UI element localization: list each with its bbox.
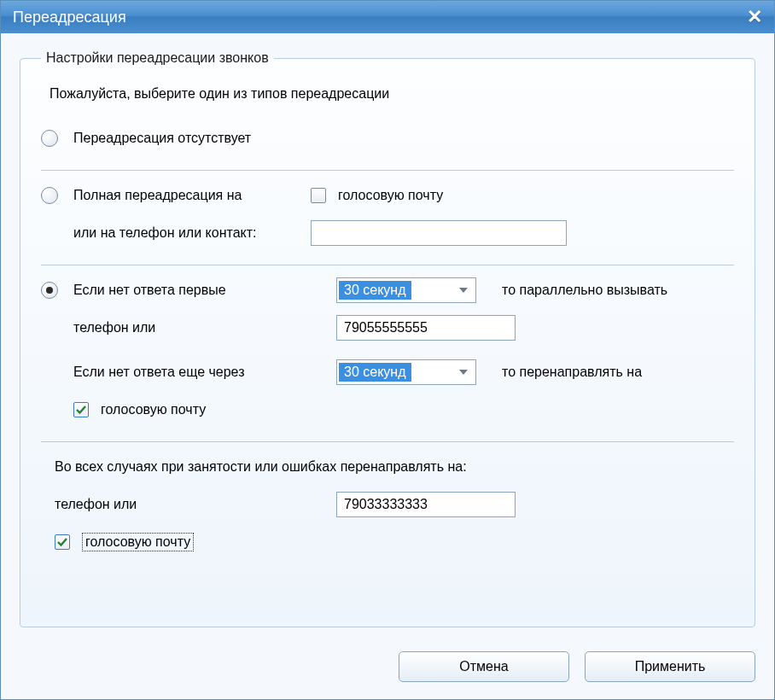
noanswer-line1-suffix: то параллельно вызывать bbox=[502, 283, 667, 298]
noanswer-phone1-input[interactable] bbox=[336, 315, 516, 341]
dialog-body: Настройки переадресации звонков Пожалуйс… bbox=[1, 33, 774, 636]
chevron-down-icon bbox=[452, 278, 475, 302]
noanswer-phone1-label: телефон или bbox=[73, 320, 329, 335]
checkbox-noanswer-voicemail-label: голосовую почту bbox=[101, 402, 206, 417]
radio-no-forwarding-label: Переадресация отсутствует bbox=[73, 131, 251, 146]
spacer bbox=[41, 319, 58, 336]
spacer bbox=[41, 458, 48, 475]
full-phone-input[interactable] bbox=[311, 220, 567, 246]
spacer bbox=[41, 401, 58, 418]
checkbox-busy-voicemail[interactable] bbox=[55, 534, 70, 550]
close-icon[interactable]: ✕ bbox=[747, 6, 762, 28]
window-title: Переадресация bbox=[13, 9, 126, 26]
busy-heading: Во всех случаях при занятости или ошибка… bbox=[55, 459, 467, 475]
apply-button[interactable]: Применить bbox=[585, 651, 755, 682]
checkbox-busy-voicemail-label: голосовую почту bbox=[82, 533, 194, 551]
noanswer-line3-prefix: Если нет ответа еще через bbox=[73, 365, 329, 380]
group-legend: Настройки переадресации звонков bbox=[41, 50, 274, 66]
busy-section: Во всех случаях при занятости или ошибка… bbox=[41, 446, 734, 570]
noanswer-line3-suffix: то перенаправлять на bbox=[502, 365, 642, 380]
full-phone-label: или на телефон или контакт: bbox=[73, 225, 304, 241]
spacer bbox=[41, 225, 58, 242]
busy-phone-input[interactable] bbox=[336, 492, 516, 517]
checkbox-noanswer-voicemail[interactable] bbox=[73, 402, 89, 417]
forwarding-settings-group: Настройки переадресации звонков Пожалуйс… bbox=[20, 50, 755, 627]
dialog-window: Переадресация ✕ Настройки переадресации … bbox=[0, 0, 775, 700]
timeout2-value: 30 секунд bbox=[339, 363, 411, 382]
option-none-section: Переадресация отсутствует bbox=[41, 117, 734, 166]
checkbox-full-voicemail-label: голосовую почту bbox=[338, 188, 443, 203]
spacer bbox=[41, 364, 58, 381]
divider bbox=[41, 441, 734, 442]
radio-no-forwarding[interactable] bbox=[41, 130, 58, 147]
instruction-text: Пожалуйста, выберите один из типов переа… bbox=[50, 86, 734, 102]
option-noanswer-section: Если нет ответа первые 30 секунд то пара… bbox=[41, 269, 734, 438]
cancel-button[interactable]: Отмена bbox=[399, 651, 569, 682]
radio-noanswer[interactable] bbox=[41, 282, 58, 299]
spacer bbox=[41, 534, 48, 551]
option-full-section: Полная переадресация на голосовую почту … bbox=[41, 174, 734, 261]
title-bar: Переадресация ✕ bbox=[1, 1, 774, 33]
timeout2-dropdown[interactable]: 30 секунд bbox=[336, 359, 476, 385]
busy-phone-label: телефон или bbox=[55, 497, 329, 512]
timeout1-value: 30 секунд bbox=[339, 281, 411, 300]
checkbox-full-voicemail[interactable] bbox=[311, 188, 326, 203]
radio-full-forwarding[interactable] bbox=[41, 187, 58, 204]
radio-full-forwarding-label: Полная переадресация на bbox=[73, 188, 304, 203]
divider bbox=[41, 265, 734, 265]
divider bbox=[41, 170, 734, 171]
noanswer-line1-prefix: Если нет ответа первые bbox=[73, 283, 329, 298]
chevron-down-icon bbox=[452, 360, 475, 384]
spacer bbox=[41, 496, 48, 513]
button-bar: Отмена Применить bbox=[1, 636, 774, 699]
timeout1-dropdown[interactable]: 30 секунд bbox=[336, 277, 476, 303]
